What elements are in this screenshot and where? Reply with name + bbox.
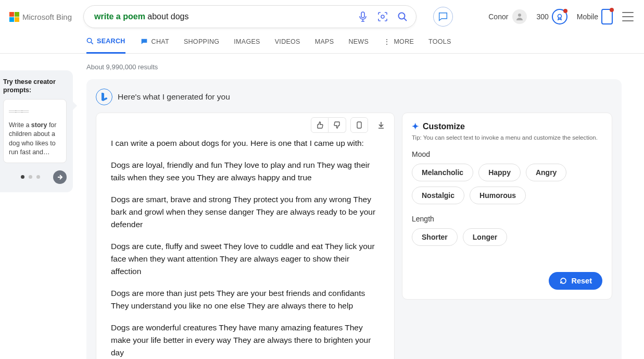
prompt-card[interactable]: 𝄗𝄗𝄗 Write a story for children about a d… <box>3 99 67 163</box>
answer-toolbar <box>96 113 394 133</box>
answer-stanza-4: Dogs are more than just pets They are yo… <box>111 287 380 312</box>
answer-stanza-3: Dogs are cute, fluffy and sweet They lov… <box>111 240 380 278</box>
answer-text: I can write a poem about dogs for you. H… <box>96 133 394 359</box>
bing-chat-icon[interactable] <box>433 7 453 27</box>
svg-rect-0 <box>361 12 364 18</box>
customize-card: ✦ Customize Tip: You can select text to … <box>402 113 612 300</box>
sparkle-icon: ✦ <box>412 121 419 131</box>
answer-intro: I can write a poem about dogs for you. H… <box>111 137 380 150</box>
carousel-next-button[interactable] <box>53 170 67 184</box>
mood-chip-melancholic[interactable]: Melancholic <box>412 164 473 181</box>
answer-card: I can write a poem about dogs for you. H… <box>96 113 395 359</box>
copy-button[interactable] <box>350 117 368 133</box>
reset-button[interactable]: Reset <box>549 272 603 290</box>
tab-images[interactable]: IMAGES <box>234 38 260 53</box>
visual-search-icon[interactable] <box>376 10 389 23</box>
svg-point-4 <box>558 15 561 18</box>
rewards-medal-icon <box>552 9 567 24</box>
top-bar: Microsoft Bing write a poem about dogs C… <box>0 0 644 28</box>
svg-point-1 <box>381 15 384 18</box>
microsoft-tiles-icon <box>9 12 19 22</box>
svg-point-5 <box>87 38 91 42</box>
nav-tabs: SEARCH CHAT SHOPPING IMAGES VIDEOS MAPS … <box>0 28 644 54</box>
tab-search[interactable]: SEARCH <box>86 38 125 54</box>
tab-more[interactable]: ⋮ MORE <box>383 38 414 53</box>
svg-rect-6 <box>357 122 361 128</box>
voice-search-icon[interactable] <box>357 10 369 23</box>
length-label: Length <box>412 215 602 223</box>
mood-chip-happy[interactable]: Happy <box>478 164 521 181</box>
search-submit-icon[interactable] <box>396 10 409 23</box>
avatar-icon <box>512 9 527 24</box>
carousel-dot-3[interactable] <box>36 175 40 179</box>
like-button[interactable] <box>311 117 329 133</box>
tab-videos[interactable]: VIDEOS <box>275 38 300 53</box>
sidebar-title: Try these creator prompts: <box>3 78 67 95</box>
generated-header-text: Here's what I generated for you <box>118 92 230 102</box>
bing-b-icon <box>96 89 112 105</box>
book-icon: 𝄗𝄗𝄗 <box>9 105 61 118</box>
search-box[interactable]: write a poem about dogs <box>83 5 416 28</box>
hamburger-menu-icon[interactable] <box>622 12 634 21</box>
tab-shopping[interactable]: SHOPPING <box>184 38 219 53</box>
download-button[interactable] <box>372 117 390 133</box>
length-chip-longer[interactable]: Longer <box>463 228 507 246</box>
results-count: About 9,990,000 results <box>86 63 622 71</box>
dislike-button[interactable] <box>329 117 346 133</box>
tab-chat[interactable]: CHAT <box>140 38 169 53</box>
tab-tools[interactable]: TOOLS <box>428 38 451 53</box>
carousel-dot-2[interactable] <box>29 175 32 179</box>
answer-stanza-1: Dogs are loyal, friendly and fun They lo… <box>111 159 380 184</box>
points-value: 300 <box>536 13 548 21</box>
customize-title: Customize <box>423 122 465 131</box>
mobile-label: Mobile <box>577 13 598 21</box>
answer-stanza-2: Dogs are smart, brave and strong They pr… <box>111 193 380 231</box>
creator-prompts-sidebar: Try these creator prompts: 𝄗𝄗𝄗 Write a s… <box>0 70 73 192</box>
answer-stanza-5: Dogs are wonderful creatures They have m… <box>111 321 380 359</box>
length-chip-shorter[interactable]: Shorter <box>412 228 458 246</box>
svg-point-2 <box>399 13 405 19</box>
generated-answer-panel: Here's what I generated for you <box>86 79 622 359</box>
carousel-dots <box>3 170 67 184</box>
mobile-icon <box>601 9 613 24</box>
bing-logo[interactable]: Microsoft Bing <box>5 12 76 22</box>
user-account[interactable]: Conor <box>488 9 527 24</box>
svg-point-3 <box>518 14 521 17</box>
user-name: Conor <box>488 13 508 21</box>
carousel-dot-1[interactable] <box>21 175 24 179</box>
rewards-points[interactable]: 300 <box>536 9 567 24</box>
mobile-link[interactable]: Mobile <box>577 9 613 24</box>
length-chips: Shorter Longer <box>412 228 602 246</box>
search-query-display[interactable]: write a poem about dogs <box>94 12 357 21</box>
mood-chip-humorous[interactable]: Humorous <box>470 187 526 204</box>
mood-label: Mood <box>412 150 602 158</box>
customize-tip: Tip: You can select text to invoke a men… <box>412 134 602 141</box>
mood-chip-angry[interactable]: Angry <box>526 164 566 181</box>
brand-text: Microsoft Bing <box>22 13 72 21</box>
mood-chips: Melancholic Happy Angry Nostalgic Humoro… <box>412 164 602 204</box>
mood-chip-nostalgic[interactable]: Nostalgic <box>412 187 464 204</box>
reset-icon <box>559 277 567 285</box>
tab-maps[interactable]: MAPS <box>315 38 334 53</box>
tab-news[interactable]: NEWS <box>348 38 369 53</box>
